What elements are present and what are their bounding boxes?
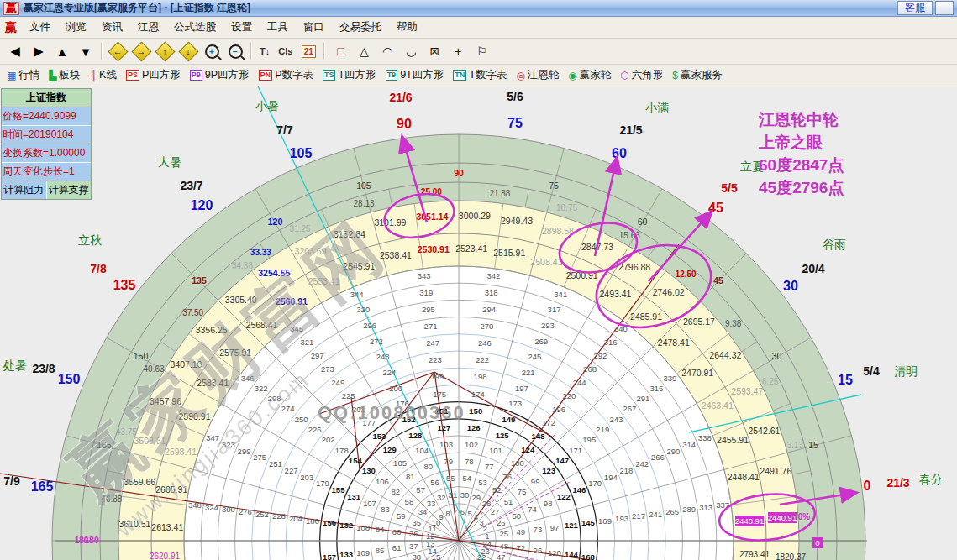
wheel-spiral-number: 244 [573, 378, 586, 387]
wheel-price-outer-label: 3407.10 [171, 359, 202, 369]
pan-down-button[interactable]: ↓ [177, 40, 199, 62]
toolbar-main: ◀▶▲▼←→↑↓+−T↓Cls21□△◠◡⊠+⚐ [0, 39, 957, 65]
wheel-spiral-number: 59 [397, 511, 406, 521]
menu-item-帮助[interactable]: 帮助 [389, 18, 425, 37]
forward-button[interactable]: ▶ [28, 40, 50, 62]
wheel-spiral-number: 173 [508, 399, 522, 408]
pointer-up-button[interactable]: ▲ [51, 40, 73, 62]
wheel-spiral-number: 171 [569, 446, 582, 455]
index-name: 上证指数 [2, 89, 91, 107]
wheel-percent-label: 21.88 [489, 189, 510, 198]
wheel-spiral-number: 199 [431, 372, 444, 381]
wheel-price-outer-label: 2695.17 [683, 317, 715, 327]
calendar-button[interactable]: 21 [297, 40, 319, 62]
wheel-spiral-number: 146 [573, 485, 586, 495]
wheel-spiral-number: 105 [393, 458, 407, 468]
cls-button[interactable]: Cls [275, 40, 296, 62]
pointer-down-button[interactable]: ▼ [75, 40, 97, 62]
wheel-spiral-number: 222 [476, 355, 489, 364]
zoom-out-button[interactable]: − [224, 40, 246, 62]
triangle-tool-button[interactable]: △ [353, 40, 375, 62]
pan-right-button[interactable]: → [130, 40, 152, 62]
updown-marker-button[interactable]: T↓ [256, 40, 273, 62]
menu-item-交易委托[interactable]: 交易委托 [332, 18, 389, 37]
gann-wheel-label: 江恩轮 [528, 68, 560, 82]
menu-item-窗口[interactable]: 窗口 [296, 18, 332, 37]
wheel-spiral-number: 61 [392, 543, 402, 552]
winner-service-button[interactable]: $赢家服务 [670, 67, 724, 83]
wheel-spiral-number: 147 [555, 456, 569, 465]
arc-ccw-tool-button[interactable]: ◡ [400, 40, 422, 62]
zoom-in-icon: + [205, 44, 219, 59]
gann-wheel-button[interactable]: ◎江恩轮 [514, 67, 560, 83]
p-number-table-button[interactable]: PNP数字表 [257, 67, 315, 83]
zoom-in-button[interactable]: + [201, 40, 223, 62]
quotes-button[interactable]: ▦行情 [5, 67, 41, 83]
wheel-spiral-number: 152 [402, 415, 416, 424]
menu-item-文件[interactable]: 文件 [22, 18, 58, 37]
wheel-spiral-number: 129 [383, 445, 397, 454]
partial-button[interactable] [935, 1, 954, 15]
wheel-spiral-number: 56 [430, 478, 439, 487]
wheel-spiral-number: 50 [513, 511, 522, 521]
t-square-icon: TS [323, 70, 336, 81]
wheel-spiral-number: 275 [253, 453, 266, 462]
menu-item-公式选股[interactable]: 公式选股 [166, 18, 223, 37]
wheel-spiral-number: 180 [306, 516, 319, 526]
winner-service-icon: $ [672, 70, 678, 81]
menu-item-工具[interactable]: 工具 [260, 18, 296, 37]
box-x-tool-button[interactable]: ⊠ [423, 40, 445, 62]
customer-service-button[interactable]: 客服 [897, 1, 933, 15]
menu-item-浏览[interactable]: 浏览 [58, 18, 94, 37]
calc-support-button[interactable]: 计算支撑 [47, 181, 92, 199]
back-button[interactable]: ◀ [4, 40, 26, 62]
wheel-spiral-number: 179 [316, 479, 329, 488]
pan-right-icon-glyph: → [137, 46, 146, 56]
arc-cw-tool-button[interactable]: ◠ [376, 40, 398, 62]
t-number-table-button[interactable]: TNT数字表 [451, 67, 508, 83]
flag-tool-button[interactable]: ⚐ [471, 40, 492, 62]
wheel-spiral-number: 292 [593, 351, 607, 360]
wheel-spiral-number: 227 [285, 466, 298, 475]
pan-up-button[interactable]: ↑ [154, 40, 176, 62]
highlight-box-value: 0 [815, 538, 819, 547]
wheel-spiral-number: 107 [363, 499, 376, 508]
hexagon-button[interactable]: ⬡六角形 [618, 67, 665, 83]
wheel-price-outer-label: 2746.02 [653, 287, 685, 297]
wheel-degree-label: 75 [549, 181, 559, 191]
degree-outer-label: 75 [507, 116, 523, 130]
wheel-percent-label: 33.33 [250, 248, 271, 257]
wheel-annotation: 江恩轮中轮 上帝之眼 60度2847点 45度2796点 [759, 108, 844, 199]
9t-square-button[interactable]: T99T四方形 [384, 67, 446, 83]
calc-resistance-button[interactable]: 计算阻力 [2, 181, 47, 199]
wheel-spiral-number: 100 [511, 458, 524, 468]
wheel-spiral-number: 98 [544, 499, 553, 508]
wheel-spiral-number: 270 [481, 322, 494, 331]
rect-tool-button[interactable]: □ [329, 40, 351, 62]
pan-left-button[interactable]: ← [107, 40, 129, 62]
sectors-button[interactable]: ▙板块 [47, 67, 82, 83]
menu-item-江恩[interactable]: 江恩 [130, 18, 166, 37]
wheel-price-outer-label: 3254.55 [258, 268, 290, 278]
degree-outer-label: 90 [397, 117, 412, 131]
wheel-spiral-number: 124 [521, 445, 535, 454]
wheel-spiral-number: 316 [604, 338, 618, 347]
kline-button[interactable]: ╫K线 [88, 67, 118, 83]
wheel-price-inner-label: 2463.41 [702, 400, 734, 411]
t-square-button[interactable]: TST四方形 [321, 67, 378, 83]
wheel-spiral-number: 82 [392, 487, 401, 496]
chart-area: 1530456075901051201351501651803.136.259.… [0, 86, 957, 560]
9p-square-button[interactable]: P99P四方形 [188, 67, 251, 83]
wheel-spiral-number: 38 [413, 552, 422, 560]
wheel-spiral-number: 228 [272, 511, 286, 521]
winner-wheel-button[interactable]: ◉赢家轮 [566, 67, 613, 83]
wheel-spiral-number: 108 [356, 523, 370, 532]
wheel-spiral-number: 343 [418, 271, 431, 280]
wheel-spiral-number: 176 [396, 399, 409, 408]
move-tool-button[interactable]: + [447, 40, 469, 62]
p-square-button[interactable]: PSP四方形 [124, 67, 182, 83]
wheel-price-inner-label: 2478.41 [658, 338, 690, 348]
menu-item-资讯[interactable]: 资讯 [94, 18, 130, 37]
menu-item-设置[interactable]: 设置 [223, 18, 260, 37]
wheel-spiral-number: 175 [433, 390, 446, 399]
